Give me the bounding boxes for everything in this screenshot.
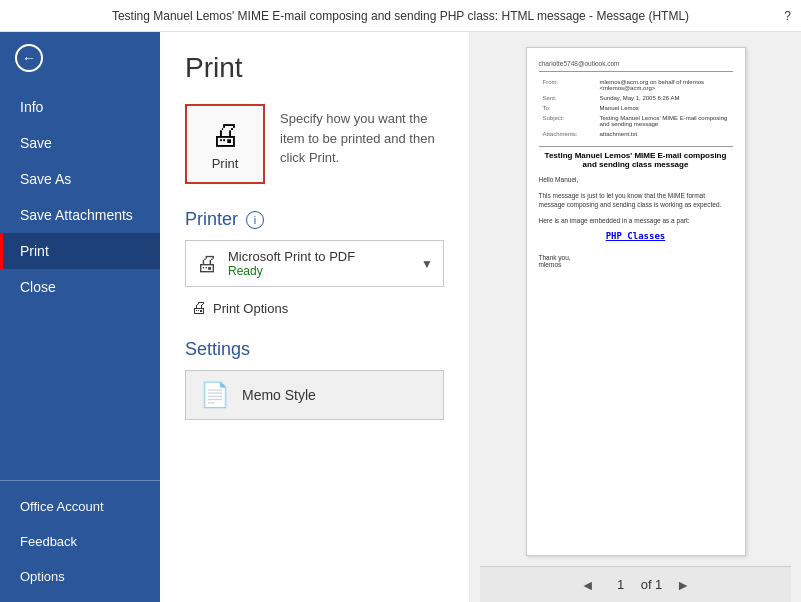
- printer-name: Microsoft Print to PDF: [228, 249, 421, 264]
- to-label: To:: [541, 104, 596, 112]
- print-options-label: Print Options: [213, 301, 288, 316]
- sidebar-back: ←: [0, 32, 160, 84]
- preview-email: charlotte5748@outlook.com: [539, 60, 733, 67]
- of-text: of 1: [641, 577, 663, 592]
- preview-body1: This message is just to let you know tha…: [539, 191, 733, 209]
- current-page: 1: [609, 577, 633, 592]
- print-icon-area: 🖨 Print Specify how you want the item to…: [185, 104, 444, 184]
- header-row-from: From: mlemos@acm.org on behalf of mlemos…: [541, 78, 731, 92]
- sidebar-bottom: Office Account Feedback Options: [0, 480, 160, 602]
- print-description: Specify how you want the item to be prin…: [280, 104, 444, 168]
- sidebar-item-close[interactable]: Close: [0, 269, 160, 305]
- preview-page: charlotte5748@outlook.com From: mlemos@a…: [526, 47, 746, 556]
- header-row-subject: Subject: Testing Manuel Lemos' MIME E-ma…: [541, 114, 731, 128]
- content-inner: Print 🖨 Print Specify how you want the i…: [160, 32, 801, 602]
- preview-image-text: Here is an image embedded in a message a…: [539, 216, 733, 225]
- sidebar-nav: Info Save Save As Save Attachments Print…: [0, 84, 160, 480]
- preview-php-text: PHP Classes: [539, 231, 733, 241]
- main-container: ← Info Save Save As Save Attachments Pri…: [0, 32, 801, 602]
- help-button[interactable]: ?: [771, 9, 791, 23]
- printer-section-title: Printer i: [185, 209, 444, 230]
- sidebar-item-office-account[interactable]: Office Account: [0, 489, 160, 524]
- print-options-icon: 🖨: [191, 299, 207, 317]
- sidebar-item-save[interactable]: Save: [0, 125, 160, 161]
- sidebar-item-options[interactable]: Options: [0, 559, 160, 594]
- preview-divider-mid: [539, 146, 733, 147]
- preview-email-headers: From: mlemos@acm.org on behalf of mlemos…: [539, 76, 733, 140]
- printer-info-icon[interactable]: i: [246, 211, 264, 229]
- next-page-button[interactable]: ►: [670, 575, 696, 595]
- memo-style-button[interactable]: 📄 Memo Style: [185, 370, 444, 420]
- prev-page-button[interactable]: ◄: [575, 575, 601, 595]
- header-row-to: To: Manuel Lemos: [541, 104, 731, 112]
- print-panel: Print 🖨 Print Specify how you want the i…: [160, 32, 470, 602]
- preview-panel: charlotte5748@outlook.com From: mlemos@a…: [470, 32, 801, 602]
- memo-style-icon: 📄: [200, 381, 230, 409]
- title-bar-text: Testing Manuel Lemos' MIME E-mail compos…: [30, 9, 771, 23]
- printer-dropdown-icon: ▼: [421, 257, 433, 271]
- print-title: Print: [185, 52, 444, 84]
- print-icon-button[interactable]: 🖨 Print: [185, 104, 265, 184]
- pagination: ◄ 1 of 1 ►: [480, 566, 791, 602]
- preview-thanks: Thank you,: [539, 254, 733, 261]
- preview-name: mlemos: [539, 261, 733, 268]
- printer-info: Microsoft Print to PDF Ready: [228, 249, 421, 278]
- header-row-sent: Sent: Sunday, May 1, 2005 6:26 AM: [541, 94, 731, 102]
- sidebar-item-save-as[interactable]: Save As: [0, 161, 160, 197]
- header-row-attachments: Attachments: attachment.txt: [541, 130, 731, 138]
- sent-label: Sent:: [541, 94, 596, 102]
- sidebar-item-save-attachments[interactable]: Save Attachments: [0, 197, 160, 233]
- printer-device-icon: 🖨: [196, 251, 218, 277]
- printer-icon: 🖨: [210, 118, 240, 152]
- settings-title: Settings: [185, 339, 444, 360]
- printer-status: Ready: [228, 264, 421, 278]
- back-button[interactable]: ←: [15, 44, 43, 72]
- sidebar-item-print[interactable]: Print: [0, 233, 160, 269]
- from-label: From:: [541, 78, 596, 92]
- print-options-button[interactable]: 🖨 Print Options: [185, 295, 294, 321]
- sent-value: Sunday, May 1, 2005 6:26 AM: [598, 94, 731, 102]
- preview-greeting: Hello Manuel,: [539, 175, 733, 184]
- preview-heading: Testing Manuel Lemos' MIME E-mail compos…: [539, 151, 733, 169]
- sidebar-item-feedback[interactable]: Feedback: [0, 524, 160, 559]
- from-value: mlemos@acm.org on behalf of mlemos <mlem…: [598, 78, 731, 92]
- printer-selector[interactable]: 🖨 Microsoft Print to PDF Ready ▼: [185, 240, 444, 287]
- sidebar-item-info[interactable]: Info: [0, 89, 160, 125]
- memo-style-label: Memo Style: [242, 387, 316, 403]
- print-icon-label: Print: [212, 156, 239, 171]
- title-bar: Testing Manuel Lemos' MIME E-mail compos…: [0, 0, 801, 32]
- attachments-value: attachment.txt: [598, 130, 731, 138]
- subject-value: Testing Manuel Lemos' MIME E-mail compos…: [598, 114, 731, 128]
- settings-section: Settings 📄 Memo Style: [185, 339, 444, 420]
- attachments-label: Attachments:: [541, 130, 596, 138]
- to-value: Manuel Lemos: [598, 104, 731, 112]
- sidebar: ← Info Save Save As Save Attachments Pri…: [0, 32, 160, 602]
- subject-label: Subject:: [541, 114, 596, 128]
- preview-divider-top: [539, 71, 733, 72]
- content-area: Print 🖨 Print Specify how you want the i…: [160, 32, 801, 602]
